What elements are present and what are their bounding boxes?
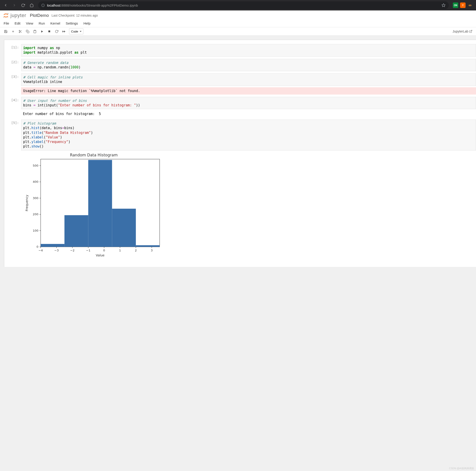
jupyterlab-link[interactable]: JupyterLab [453, 30, 474, 33]
back-button[interactable] [2, 1, 10, 9]
svg-text:3: 3 [151, 249, 153, 252]
cell-prompt: [4]: [4, 97, 21, 118]
code-input[interactable]: # Plot histogram plt.hist(data, bins=bin… [21, 120, 476, 150]
run-button[interactable] [39, 28, 45, 35]
svg-rect-15 [34, 30, 35, 31]
svg-text:400: 400 [33, 180, 38, 183]
svg-point-6 [7, 17, 8, 18]
svg-text:200: 200 [33, 213, 38, 216]
cell-type-select[interactable]: Code [69, 28, 83, 34]
svg-text:−2: −2 [70, 249, 74, 252]
menu-kernel[interactable]: Kernel [51, 21, 60, 25]
svg-rect-51 [65, 215, 88, 247]
cell-2[interactable]: [2]: # Generate random data data = np.ra… [4, 59, 476, 71]
extension-loop-icon[interactable]: ∞ [467, 2, 473, 8]
svg-rect-17 [48, 31, 50, 32]
svg-text:300: 300 [33, 196, 38, 199]
svg-line-20 [471, 30, 472, 32]
extension-y[interactable]: Y [460, 2, 466, 8]
svg-text:Frequency: Frequency [25, 195, 29, 211]
code-input[interactable]: # Generate random data data = np.random.… [21, 59, 476, 71]
menu-file[interactable]: File [4, 21, 9, 25]
svg-rect-14 [27, 31, 29, 33]
jupyter-header: jupyter PlotDemo Last Checkpoint: 12 min… [0, 10, 476, 19]
chart-output: Random Data Histogram 0100200300400500−4… [21, 150, 476, 258]
menu-view[interactable]: View [26, 21, 33, 25]
fast-forward-button[interactable] [60, 28, 67, 35]
svg-text:−1: −1 [86, 249, 90, 252]
extension-on[interactable]: ON [453, 2, 458, 8]
svg-line-13 [20, 31, 20, 31]
add-cell-button[interactable] [10, 28, 16, 35]
jupyter-logo-icon [3, 12, 9, 19]
svg-text:0: 0 [103, 249, 105, 252]
cell-prompt: [2]: [4, 59, 21, 71]
cell-prompt: [5]: [4, 120, 21, 258]
cell-error-output: UsageError: Line magic function `%%matpl… [21, 87, 476, 94]
cell-4[interactable]: [4]: # User input for number of bins bin… [4, 97, 476, 118]
svg-point-4 [7, 13, 8, 14]
jupyter-logo[interactable]: jupyter [3, 12, 26, 19]
notebook-paper: [1]: import numpy as np import matplotli… [4, 40, 476, 267]
reload-button[interactable] [19, 1, 27, 9]
home-button[interactable] [28, 1, 35, 9]
svg-point-5 [4, 17, 4, 18]
restart-button[interactable] [53, 28, 60, 35]
extensions: ON Y ∞ [451, 2, 474, 8]
browser-chrome: localhost:8888/notebooks/Streamlit-app%2… [0, 0, 476, 10]
svg-marker-18 [64, 31, 65, 33]
notebook-area: [1]: import numpy as np import matplotli… [0, 36, 476, 471]
url-text: localhost:8888/notebooks/Streamlit-app%2… [47, 3, 439, 7]
stop-button[interactable] [46, 28, 53, 35]
svg-text:−4: −4 [38, 249, 43, 252]
svg-text:500: 500 [33, 164, 38, 167]
notebook-title[interactable]: PlotDemo [30, 13, 49, 18]
cell-prompt: [1]: [4, 44, 21, 57]
cell-prompt: [3]: [4, 73, 21, 94]
menu-help[interactable]: Help [83, 21, 90, 25]
toolbar: Code JupyterLab [0, 27, 476, 36]
code-input[interactable]: import numpy as np import matplotlib.pyp… [21, 44, 476, 57]
external-link-icon [469, 30, 472, 33]
svg-text:2: 2 [135, 249, 137, 252]
svg-text:1: 1 [119, 249, 121, 252]
svg-text:100: 100 [33, 229, 38, 232]
chart-title: Random Data Histogram [33, 153, 155, 157]
cell-1[interactable]: [1]: import numpy as np import matplotli… [4, 44, 476, 57]
code-input[interactable]: # User input for number of bins bins = i… [21, 97, 476, 109]
svg-rect-52 [88, 160, 112, 247]
svg-marker-16 [41, 30, 43, 33]
svg-marker-3 [442, 4, 445, 7]
svg-rect-53 [112, 209, 136, 247]
url-bar[interactable]: localhost:8888/notebooks/Streamlit-app%2… [38, 1, 449, 9]
copy-button[interactable] [24, 28, 31, 35]
svg-point-10 [19, 32, 20, 33]
checkpoint-text: Last Checkpoint: 12 minutes ago [51, 14, 98, 17]
watermark: CSDN @AI架构师易筋 [449, 467, 474, 470]
cell-stream-output: Enter number of bins for histogram: 5 [21, 110, 476, 117]
svg-line-12 [21, 32, 21, 33]
paste-button[interactable] [31, 28, 38, 35]
menu-bar: File Edit View Run Kernel Settings Help [0, 19, 476, 27]
menu-settings[interactable]: Settings [66, 21, 78, 25]
svg-rect-54 [136, 245, 160, 247]
histogram-chart: 0100200300400500−4−3−2−10123ValueFrequen… [23, 158, 164, 258]
info-icon [41, 4, 45, 7]
cell-3[interactable]: [3]: # Cell magic for inline plots %%mat… [4, 73, 476, 94]
forward-button[interactable] [10, 1, 18, 9]
jupyter-logo-text: jupyter [10, 13, 26, 18]
menu-run[interactable]: Run [39, 21, 45, 25]
svg-text:0: 0 [36, 245, 38, 249]
svg-text:−3: −3 [54, 249, 59, 252]
svg-text:Value: Value [96, 254, 104, 257]
star-icon[interactable] [442, 3, 445, 7]
code-input[interactable]: # Cell magic for inline plots %%matplotl… [21, 73, 476, 86]
cell-5[interactable]: [5]: # Plot histogram plt.hist(data, bin… [4, 120, 476, 258]
cut-button[interactable] [17, 28, 24, 35]
svg-rect-50 [41, 244, 65, 247]
svg-point-9 [19, 30, 20, 31]
menu-edit[interactable]: Edit [15, 21, 20, 25]
save-button[interactable] [2, 28, 9, 35]
svg-marker-19 [62, 31, 64, 33]
